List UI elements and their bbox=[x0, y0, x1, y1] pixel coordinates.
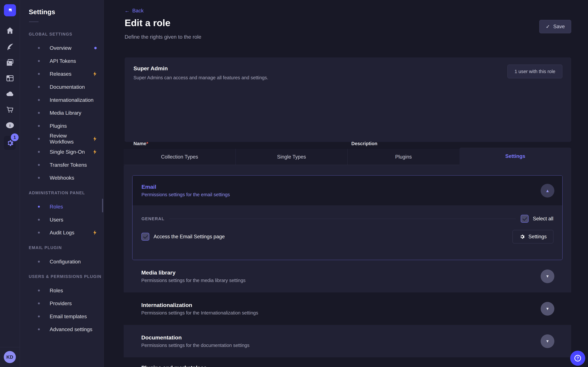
main-content: ← Back Edit a role Define the rights giv… bbox=[104, 0, 588, 367]
expand-button[interactable]: ▼ bbox=[541, 334, 554, 348]
back-link[interactable]: ← Back bbox=[125, 8, 144, 14]
marketplace-cart-icon[interactable] bbox=[0, 104, 20, 116]
page-title: Edit a role bbox=[125, 17, 170, 28]
section-label-administration-panel: ADMINISTRATION PANEL bbox=[20, 191, 85, 195]
general-group-row: GENERAL Select all bbox=[141, 215, 553, 223]
bullet-icon bbox=[38, 177, 40, 179]
sidebar-item-roles-up[interactable]: Roles bbox=[20, 284, 104, 297]
cloud-icon[interactable] bbox=[0, 88, 20, 100]
sidebar-item-audit-logs[interactable]: Audit Logs bbox=[20, 226, 104, 239]
sidebar-item-transfer-tokens[interactable]: Transfer Tokens bbox=[20, 158, 104, 171]
users-with-role-button[interactable]: 1 user with this role bbox=[508, 65, 562, 78]
sidebar-item-releases[interactable]: Releases bbox=[20, 67, 104, 80]
collapse-button[interactable]: ▲ bbox=[541, 184, 554, 198]
plugins-marketplace-permissions-row[interactable]: Plugins and marketplace bbox=[124, 357, 571, 367]
tab-plugins[interactable]: Plugins bbox=[347, 149, 459, 165]
lightning-icon bbox=[92, 135, 98, 142]
general-divider bbox=[169, 219, 516, 219]
select-all-checkbox[interactable] bbox=[521, 215, 528, 223]
question-mark-icon: ? bbox=[574, 354, 582, 362]
access-email-settings-label: Access the Email Settings page bbox=[154, 234, 225, 240]
save-button[interactable]: ✓ Save bbox=[539, 20, 571, 33]
bullet-icon bbox=[38, 316, 40, 317]
content-manager-icon[interactable] bbox=[0, 72, 20, 84]
bullet-icon bbox=[38, 219, 40, 221]
required-asterisk: * bbox=[146, 141, 148, 146]
sidebar-item-api-tokens[interactable]: API Tokens bbox=[20, 54, 104, 67]
email-accordion-body: GENERAL Select all Access the Email Sett… bbox=[132, 205, 562, 260]
expand-button[interactable]: ▼ bbox=[541, 302, 554, 316]
role-description-text: Super Admins can access and manage all f… bbox=[133, 75, 268, 80]
svg-text:?: ? bbox=[577, 356, 579, 360]
rail-avatar-divider bbox=[0, 347, 20, 347]
sidebar-scrollbar-thumb[interactable] bbox=[102, 199, 103, 212]
row-subtitle: Permissions settings for the Internation… bbox=[141, 310, 258, 316]
bullet-icon bbox=[38, 73, 40, 75]
settings-notification-badge: 1 bbox=[11, 133, 19, 141]
email-settings-button[interactable]: Settings bbox=[512, 230, 553, 243]
email-accordion-header[interactable]: Email Permissions settings for the email… bbox=[132, 175, 562, 205]
row-title: Internationalization bbox=[141, 302, 258, 308]
content-builder-icon[interactable] bbox=[0, 41, 20, 53]
bullet-icon bbox=[38, 261, 40, 263]
access-email-settings-checkbox[interactable] bbox=[141, 233, 149, 241]
tab-collection-types[interactable]: Collection Types bbox=[124, 149, 236, 165]
bullet-icon bbox=[38, 164, 40, 166]
user-avatar[interactable]: KD bbox=[4, 351, 16, 363]
sidebar-item-internationalization[interactable]: Internationalization bbox=[20, 93, 104, 107]
section-label-users-permissions-plugin: USERS & PERMISSIONS PLUGIN bbox=[20, 274, 101, 279]
sidebar-item-overview[interactable]: Overview bbox=[20, 42, 104, 54]
sidebar-item-advanced-settings[interactable]: Advanced settings bbox=[20, 323, 104, 336]
lightning-icon bbox=[92, 149, 98, 155]
tab-settings[interactable]: Settings bbox=[459, 148, 571, 165]
lightning-icon bbox=[92, 71, 98, 77]
bullet-icon bbox=[38, 138, 40, 140]
permissions-tabs: Collection Types Single Types Plugins Se… bbox=[124, 148, 571, 165]
tab-single-types[interactable]: Single Types bbox=[236, 149, 348, 165]
sidebar-item-configuration[interactable]: Configuration bbox=[20, 255, 104, 268]
sidebar-title: Settings bbox=[29, 8, 55, 16]
section-label-email-plugin: EMAIL PLUGIN bbox=[20, 245, 62, 250]
sidebar-item-webhooks[interactable]: Webhooks bbox=[20, 171, 104, 184]
bullet-icon bbox=[38, 125, 40, 127]
row-subtitle: Permissions settings for the documentati… bbox=[141, 343, 250, 348]
home-icon[interactable] bbox=[0, 25, 20, 36]
media-library-icon[interactable] bbox=[0, 57, 20, 68]
notification-dot-icon bbox=[94, 47, 97, 49]
strapi-logo-icon bbox=[7, 7, 13, 14]
section-label-global-settings: GLOBAL SETTINGS bbox=[20, 32, 72, 37]
sidebar-item-providers[interactable]: Providers bbox=[20, 297, 104, 310]
chevron-down-icon: ▼ bbox=[545, 339, 549, 343]
sidebar-item-media-library[interactable]: Media Library bbox=[20, 106, 104, 119]
media-library-permissions-row[interactable]: Media library Permissions settings for t… bbox=[124, 260, 571, 292]
description-field-label: Description bbox=[351, 141, 378, 146]
expand-button[interactable]: ▼ bbox=[541, 269, 554, 283]
sidebar-item-review-workflows[interactable]: Review Workflows bbox=[20, 132, 104, 145]
row-title: Documentation bbox=[141, 334, 250, 341]
check-icon: ✓ bbox=[546, 24, 550, 30]
page-subtitle: Define the rights given to the role bbox=[125, 34, 201, 40]
chevron-down-icon: ▼ bbox=[545, 274, 549, 279]
email-permissions-section: Email Permissions settings for the email… bbox=[132, 175, 562, 260]
info-icon[interactable]: i bbox=[0, 119, 20, 131]
sidebar-item-email-templates[interactable]: Email templates bbox=[20, 310, 104, 323]
sidebar-item-roles-admin[interactable]: Roles bbox=[20, 200, 104, 213]
bullet-icon bbox=[38, 232, 40, 234]
bullet-icon bbox=[38, 290, 40, 292]
gear-icon bbox=[519, 234, 525, 240]
sidebar-item-single-sign-on[interactable]: Single Sign-On bbox=[20, 145, 104, 158]
lightning-icon bbox=[92, 229, 98, 236]
sidebar-item-plugins[interactable]: Plugins bbox=[20, 119, 104, 133]
help-button[interactable]: ? bbox=[570, 351, 585, 366]
sidebar-title-underline bbox=[29, 22, 39, 22]
email-access-row: Access the Email Settings page Settings bbox=[141, 230, 553, 243]
documentation-permissions-row[interactable]: Documentation Permissions settings for t… bbox=[124, 325, 571, 357]
internationalization-permissions-row[interactable]: Internationalization Permissions setting… bbox=[124, 292, 571, 325]
settings-sidebar: Settings GLOBAL SETTINGS Overview API To… bbox=[20, 0, 104, 367]
sidebar-item-documentation[interactable]: Documentation bbox=[20, 80, 104, 93]
row-subtitle: Permissions settings for the media libra… bbox=[141, 278, 245, 283]
strapi-logo[interactable] bbox=[4, 4, 16, 16]
bullet-icon bbox=[38, 112, 40, 114]
general-group-label: GENERAL bbox=[141, 216, 164, 221]
sidebar-item-users[interactable]: Users bbox=[20, 213, 104, 226]
